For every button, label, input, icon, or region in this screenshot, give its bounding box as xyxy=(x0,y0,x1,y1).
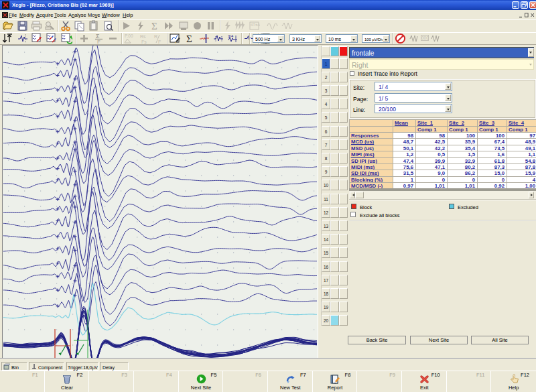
svg-text:Fs: Fs xyxy=(141,40,147,44)
svg-text:Rs: Rs xyxy=(140,34,146,39)
svg-text:F: F xyxy=(158,40,161,44)
svg-text:Σ: Σ xyxy=(186,34,192,44)
svg-text:F: F xyxy=(97,39,100,44)
svg-text:P.00: P.00 xyxy=(125,34,133,38)
svg-text:Σ: Σ xyxy=(151,21,157,31)
svg-text:R: R xyxy=(154,34,157,39)
svg-text:4T±A: 4T±A xyxy=(251,23,260,27)
svg-text:3/4: 3/4 xyxy=(228,34,234,38)
